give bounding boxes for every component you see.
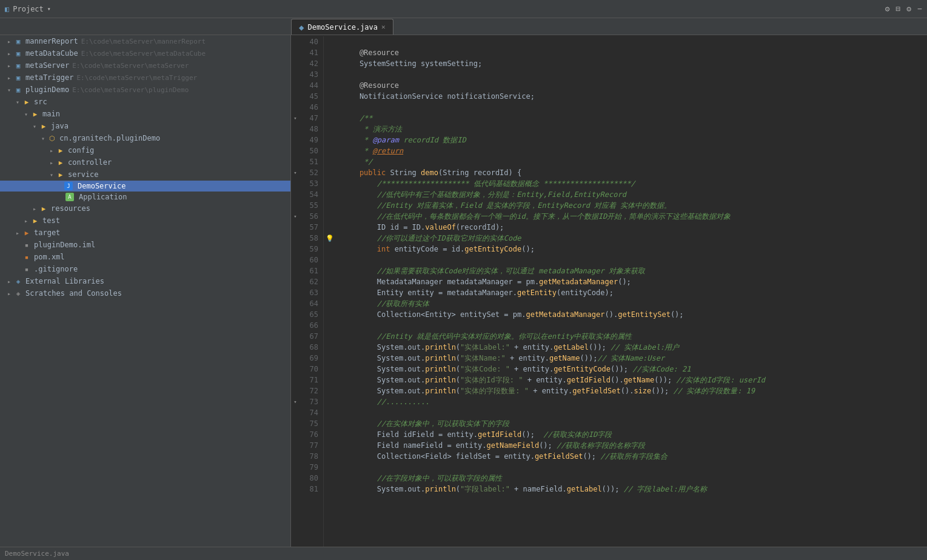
sidebar-item-service[interactable]: ▶ service [0, 168, 290, 181]
module-icon: ▣ [13, 36, 23, 46]
item-label: Scratches and Consoles [25, 289, 122, 298]
sidebar-item-metadatacube[interactable]: ▣ metaDataCube E:\code\metaServer\metaDa… [0, 47, 290, 59]
arrow-icon [5, 278, 13, 285]
java-class-icon: J [64, 182, 73, 190]
gutter-line-65 [291, 309, 300, 320]
code-line-67: //Entity 就是低代码中实体对应的对象。你可以在entity中获取实体的属… [342, 331, 921, 342]
gutter-line-55 [291, 200, 300, 211]
item-label: External Libraries [25, 277, 104, 285]
sidebar-item-pom[interactable]: ▪ pom.xml [0, 251, 290, 263]
libraries-icon: ◈ [13, 276, 23, 286]
sidebar-item-target[interactable]: ▶ target [0, 227, 290, 239]
folder-icon: ▶ [56, 145, 65, 155]
sidebar-item-main[interactable]: ▶ main [0, 108, 290, 120]
sidebar-item-mannerreport[interactable]: ▣ mannerReport E:\code\metaServer\manner… [0, 35, 290, 47]
gutter-line-40 [291, 36, 300, 47]
folder-icon: ▶ [30, 216, 40, 225]
sidebar-item-demoservice[interactable]: J DemoService [0, 181, 290, 192]
code-line-49: * @param recordId 数据ID [342, 135, 921, 145]
title-bar-actions: ⚙ ⊟ ⚙ − [885, 4, 922, 13]
item-label: pluginDemo.iml [34, 241, 95, 249]
line-numbers: 40 41 42 43 44 45 46 47 48 49 50 51 52 5… [300, 36, 324, 547]
sidebar-item-java[interactable]: ▶ java [0, 120, 290, 132]
sidebar-item-controller[interactable]: ▶ controller [0, 156, 290, 168]
item-label: target [34, 228, 60, 237]
gutter-line-78 [291, 451, 300, 462]
tab-close-icon[interactable]: ✕ [381, 23, 386, 31]
code-line-69: System.out.println("实体Name:" + entity.ge… [342, 353, 921, 364]
gutter-line-53 [291, 178, 300, 189]
gutter-line-51 [291, 156, 300, 167]
xml-icon: ▪ [22, 252, 32, 262]
gutter-line-77 [291, 440, 300, 451]
gutter-line-76 [291, 429, 300, 440]
folder-icon: ▶ [30, 109, 40, 119]
gutter-line-64 [291, 298, 300, 309]
sidebar-item-application[interactable]: A Application [0, 192, 290, 202]
arrow-icon [39, 135, 47, 142]
gutter-fold-47[interactable]: ▾ [291, 113, 300, 124]
code-line-63: Entity entity = metadataManager.getEntit… [342, 287, 921, 298]
sidebar-item-iml[interactable]: ▪ pluginDemo.iml [0, 239, 290, 251]
code-line-52: public String demo(String recordId) { [342, 167, 921, 178]
iml-icon: ▪ [22, 240, 32, 250]
sidebar-item-resources[interactable]: ▶ resources [0, 202, 290, 215]
item-label: service [68, 170, 99, 179]
module-icon: ▣ [13, 48, 23, 58]
java-file-icon: ◆ [299, 22, 304, 32]
sidebar-item-metaserver[interactable]: ▣ metaServer E:\code\metaServer\metaServ… [0, 59, 290, 72]
project-label[interactable]: Project [13, 5, 44, 13]
status-text: DemoService.java [5, 550, 69, 558]
dropdown-arrow-icon[interactable]: ▾ [47, 5, 51, 12]
gutter-line-81 [291, 484, 300, 495]
bulb-marker-58[interactable]: 💡 [324, 233, 336, 244]
title-bar: ◧ Project ▾ ⚙ ⊟ ⚙ − [0, 0, 927, 18]
tab-demoservice[interactable]: ◆ DemoService.java ✕ [291, 19, 393, 35]
code-line-42: SystemSetting systemSetting; [342, 58, 921, 69]
item-path: E:\code\metaServer\metaServer [72, 62, 189, 70]
minimize-icon[interactable]: − [917, 4, 922, 13]
sidebar-item-gitignore[interactable]: ▪ .gitignore [0, 263, 290, 275]
code-line-57: ID id = ID.valueOf(recordId); [342, 222, 921, 233]
code-line-68: System.out.println("实体Label:" + entity.g… [342, 342, 921, 353]
folder-icon: ▶ [22, 228, 32, 238]
code-editor[interactable]: ▾ ▾ ▾ [291, 35, 927, 547]
gutter-line-61 [291, 265, 300, 276]
item-label: main [42, 110, 60, 118]
gutter-line-58 [291, 233, 300, 244]
gear-icon[interactable]: ⚙ [906, 4, 911, 13]
sidebar-item-metatrigger[interactable]: ▣ metaTrigger E:\code\metaServer\metaTri… [0, 72, 290, 84]
sidebar-item-plugindemo[interactable]: ▣ pluginDemo E:\code\metaServer\pluginDe… [0, 84, 290, 96]
code-line-44: @Resource [342, 80, 921, 91]
sidebar-item-config[interactable]: ▶ config [0, 144, 290, 156]
gutter-line-79 [291, 462, 300, 473]
gutter-fold-73[interactable]: ▾ [291, 396, 300, 407]
item-label: metaServer [25, 61, 69, 70]
gitignore-icon: ▪ [22, 264, 32, 274]
gutter-fold-56[interactable]: ▾ [291, 211, 300, 222]
sidebar-item-src[interactable]: ▶ src [0, 96, 290, 108]
gutter-line-48 [291, 124, 300, 135]
item-label: pom.xml [34, 253, 65, 261]
code-line-48: * 演示方法 [342, 124, 921, 135]
gutter-line-46 [291, 102, 300, 113]
code-line-73: //.......... [342, 396, 921, 407]
line-markers: 💡 [324, 36, 336, 547]
sidebar-item-external-libraries[interactable]: ◈ External Libraries [0, 275, 290, 287]
arrow-icon [5, 62, 13, 69]
code-line-51: */ [342, 156, 921, 167]
gutter-line-67 [291, 331, 300, 342]
gutter-fold-52[interactable]: ▾ [291, 167, 300, 178]
project-icon: ◧ [5, 5, 9, 13]
splitview-icon[interactable]: ⊟ [896, 4, 901, 13]
gutter-line-50 [291, 145, 300, 156]
item-label: test [42, 216, 60, 225]
title-bar-project: ◧ Project ▾ [5, 5, 51, 13]
sidebar-item-scratches[interactable]: ◈ Scratches and Consoles [0, 287, 290, 299]
tab-label: DemoService.java [307, 23, 378, 32]
sidebar-item-package[interactable]: ⬡ cn.granitech.pluginDemo [0, 132, 290, 144]
sidebar-item-test[interactable]: ▶ test [0, 215, 290, 227]
code-lines[interactable]: @Resource SystemSetting systemSetting; @… [336, 36, 927, 547]
settings-icon[interactable]: ⚙ [885, 4, 890, 13]
item-label: resources [51, 204, 90, 213]
